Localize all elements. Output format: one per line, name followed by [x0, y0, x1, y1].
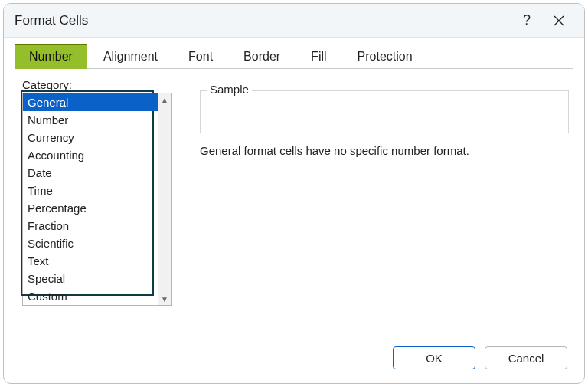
sample-value [201, 91, 568, 105]
tab-content: Category: General Number Currency Accoun… [4, 69, 584, 337]
list-item[interactable]: Number [23, 111, 158, 129]
list-item[interactable]: Custom [23, 287, 158, 305]
category-column: Category: General Number Currency Accoun… [22, 78, 183, 337]
list-item[interactable]: Scientific [23, 234, 158, 252]
tab-fill[interactable]: Fill [296, 44, 341, 69]
category-listbox-inner: General Number Currency Accounting Date … [23, 93, 158, 305]
dialog-footer: OK Cancel [4, 337, 584, 383]
tab-border[interactable]: Border [229, 44, 295, 69]
list-item[interactable]: Text [23, 252, 158, 270]
format-cells-dialog: Format Cells ? Number Alignment Font Bor… [3, 3, 585, 384]
category-listbox[interactable]: General Number Currency Accounting Date … [22, 93, 172, 306]
tab-strip: Number Alignment Font Border Fill Protec… [4, 38, 584, 68]
list-item[interactable]: Accounting [23, 146, 158, 164]
list-item[interactable]: Special [23, 270, 158, 287]
list-item[interactable]: Percentage [23, 199, 158, 217]
sample-group: Sample [200, 90, 569, 133]
list-item[interactable]: General [23, 93, 158, 111]
listbox-scrollbar[interactable]: ▲ ▼ [158, 93, 171, 305]
tab-font[interactable]: Font [174, 44, 227, 69]
help-button[interactable]: ? [511, 8, 543, 33]
details-column: Sample General format cells have no spec… [183, 78, 569, 337]
close-icon [554, 15, 564, 26]
scroll-up-icon[interactable]: ▲ [158, 93, 171, 106]
tab-protection[interactable]: Protection [343, 44, 427, 69]
format-description: General format cells have no specific nu… [200, 144, 569, 157]
tab-number[interactable]: Number [15, 44, 87, 69]
help-icon: ? [523, 12, 531, 28]
cancel-button[interactable]: Cancel [485, 346, 567, 369]
scroll-down-icon[interactable]: ▼ [158, 293, 171, 305]
dialog-title: Format Cells [15, 13, 511, 28]
ok-button[interactable]: OK [393, 346, 475, 369]
sample-legend: Sample [207, 83, 252, 96]
category-label: Category: [22, 78, 183, 91]
list-item[interactable]: Fraction [23, 217, 158, 234]
titlebar: Format Cells ? [4, 4, 584, 38]
list-item[interactable]: Time [23, 182, 158, 199]
tab-alignment[interactable]: Alignment [89, 44, 172, 69]
list-item[interactable]: Date [23, 164, 158, 182]
close-button[interactable] [543, 8, 575, 33]
list-item[interactable]: Currency [23, 129, 158, 146]
